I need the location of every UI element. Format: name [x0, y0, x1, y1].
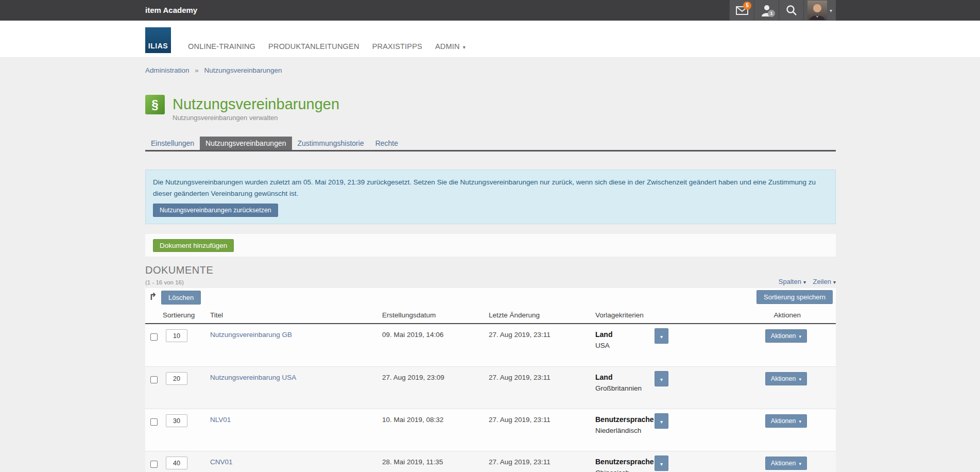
chevron-down-icon: ▾ [463, 44, 466, 50]
row-actions-button[interactable]: Aktionen▾ [765, 372, 807, 385]
tab-zustimmungshistorie[interactable]: Zustimmungshistorie [292, 137, 370, 150]
mail-button[interactable]: 5 [729, 0, 754, 21]
chevron-down-icon: ▾ [803, 279, 806, 285]
tab-nutzungsvereinbarungen[interactable]: Nutzungsvereinbarungen [200, 137, 291, 150]
row-actions-button[interactable]: Aktionen▾ [765, 414, 807, 428]
breadcrumb-link-nutzungsvereinbarungen[interactable]: Nutzungsvereinbarungen [204, 66, 282, 74]
row-checkbox[interactable] [150, 333, 158, 341]
reset-agreements-button[interactable]: Nutzungsvereinbarungen zurücksetzen [153, 204, 278, 217]
document-title-link[interactable]: CNV01 [210, 451, 233, 466]
criterion-dropdown-button[interactable]: ▾ [655, 456, 668, 471]
ilias-logo[interactable]: ILIAS [145, 27, 171, 53]
add-document-button[interactable]: Dokument hinzufügen [153, 239, 234, 252]
row-checkbox-cell [145, 409, 162, 451]
created-date: 27. Aug 2019, 23:09 [381, 367, 488, 409]
section-title: DOKUMENTE [145, 264, 836, 276]
topbar: item Academy 5 1 [0, 0, 980, 21]
row-title-cell: CNV01 [209, 451, 381, 472]
breadcrumb: Administration » Nutzungsvereinbarungen [145, 58, 836, 74]
table-body: Nutzungsvereinbarung GB 09. Mai 2019, 14… [145, 324, 836, 472]
result-count: (1 - 16 von 16) [145, 279, 184, 285]
row-criteria-cell: Benutzersprache Chinesisch ▾ [594, 451, 680, 472]
chevron-down-icon: ▾ [799, 461, 801, 466]
nav-item-admin[interactable]: ADMIN▾ [435, 42, 466, 50]
select-pointer-icon[interactable]: ↱ [149, 291, 157, 302]
chevron-down-icon: ▾ [799, 419, 801, 424]
info-message-box: Die Nutzungsvereinbarungen wurden zuletz… [145, 170, 836, 224]
paragraph-icon: § [145, 95, 165, 114]
header-checkbox-spacer [145, 308, 162, 323]
save-sorting-button[interactable]: Sortierung speichern [757, 290, 833, 304]
criterion-dropdown-button[interactable]: ▾ [655, 328, 668, 344]
tab-rechte[interactable]: Rechte [370, 137, 404, 150]
row-checkbox[interactable] [150, 376, 158, 383]
row-criteria-cell: Land USA ▾ [594, 324, 680, 366]
tabs: EinstellungenNutzungsvereinbarungenZusti… [145, 137, 836, 151]
sort-order-input[interactable] [166, 372, 187, 385]
modified-date: 27. Aug 2019, 23:11 [488, 451, 594, 472]
row-sort-cell [162, 324, 209, 366]
row-actions-cell: Aktionen▾ [680, 409, 836, 451]
row-title-cell: Nutzungsvereinbarung USA [209, 367, 381, 409]
row-checkbox-cell [145, 451, 162, 472]
row-actions-cell: Aktionen▾ [680, 367, 836, 409]
sort-order-input[interactable] [166, 329, 187, 342]
info-message-text: Die Nutzungsvereinbarungen wurden zuletz… [153, 177, 822, 199]
sort-order-input[interactable] [166, 457, 187, 469]
row-actions-button[interactable]: Aktionen▾ [765, 329, 807, 343]
row-criteria-cell: Land Großbritannien ▾ [594, 367, 680, 409]
row-criteria-cell: Benutzersprache Niederländisch ▾ [594, 409, 680, 451]
chevron-down-icon: ▾ [660, 334, 663, 340]
chevron-down-icon: ▾ [660, 461, 663, 467]
rows-menu[interactable]: Zeilen▾ [813, 278, 836, 285]
chevron-down-icon: ▾ [799, 377, 801, 382]
row-sort-cell [162, 367, 209, 409]
breadcrumb-separator: » [195, 66, 199, 74]
criterion-dropdown-button[interactable]: ▾ [655, 371, 668, 386]
search-icon [786, 5, 797, 16]
table-toolbar: ↱ Löschen Sortierung speichern [145, 288, 836, 308]
created-date: 09. Mai 2019, 14:06 [381, 324, 488, 366]
tab-einstellungen[interactable]: Einstellungen [145, 137, 200, 150]
row-checkbox[interactable] [150, 461, 158, 468]
table-row: Nutzungsvereinbarung GB 09. Mai 2019, 14… [145, 324, 836, 366]
nav-item-praxistipps[interactable]: PRAXISTIPPS [372, 42, 422, 50]
page-header: § Nutzungsvereinbarungen Nutzungsvereinb… [145, 95, 836, 122]
row-actions-cell: Aktionen▾ [680, 324, 836, 366]
row-actions-cell: Aktionen▾ [680, 451, 836, 472]
site-header: ILIAS ONLINE-TRAININGPRODUKTANLEITUNGENP… [0, 21, 980, 58]
breadcrumb-link-administration[interactable]: Administration [145, 66, 190, 74]
column-header-vorlagekriterien: Vorlagekriterien [594, 308, 680, 323]
document-title-link[interactable]: NLV01 [210, 409, 231, 424]
page-subtitle: Nutzungsvereinbarungen verwalten [173, 114, 339, 122]
page-title: Nutzungsvereinbarungen [173, 95, 339, 113]
delete-button[interactable]: Löschen [161, 291, 201, 305]
avatar [807, 1, 827, 20]
columns-menu[interactable]: Spalten▾ [779, 278, 806, 285]
row-title-cell: NLV01 [209, 409, 381, 451]
add-document-toolbar: Dokument hinzufügen [145, 234, 836, 257]
criterion-dropdown-button[interactable]: ▾ [655, 413, 668, 429]
user-menu-button[interactable]: ▾ [803, 0, 836, 21]
created-date: 10. Mai 2019, 08:32 [381, 409, 488, 451]
table-view-menus: Spalten▾ Zeilen▾ [773, 278, 836, 285]
table-row: CNV01 28. Mai 2019, 11:35 27. Aug 2019, … [145, 451, 836, 472]
topbar-icons: 5 1 [729, 0, 836, 21]
document-title-link[interactable]: Nutzungsvereinbarung GB [210, 324, 292, 339]
search-button[interactable] [779, 0, 803, 21]
row-checkbox-cell [145, 324, 162, 366]
document-title-link[interactable]: Nutzungsvereinbarung USA [210, 367, 296, 381]
user-online-button[interactable]: 1 [754, 0, 779, 21]
documents-table-panel: ↱ Löschen Sortierung speichern Sortierun… [145, 288, 836, 472]
row-checkbox[interactable] [150, 418, 158, 426]
row-actions-button[interactable]: Aktionen▾ [765, 457, 807, 470]
screen: item Academy 5 1 [0, 0, 980, 472]
chevron-down-icon: ▾ [660, 419, 663, 425]
sort-order-input[interactable] [166, 414, 187, 427]
modified-date: 27. Aug 2019, 23:11 [488, 367, 594, 409]
main-nav: ONLINE-TRAININGPRODUKTANLEITUNGENPRAXIST… [188, 42, 466, 50]
chevron-down-icon: ▾ [660, 377, 663, 382]
table-header-row: Sortierung Titel Erstellungsdatum Letzte… [145, 308, 836, 324]
nav-item-online-training[interactable]: ONLINE-TRAINING [188, 42, 255, 50]
nav-item-produktanleitungen[interactable]: PRODUKTANLEITUNGEN [268, 42, 359, 50]
